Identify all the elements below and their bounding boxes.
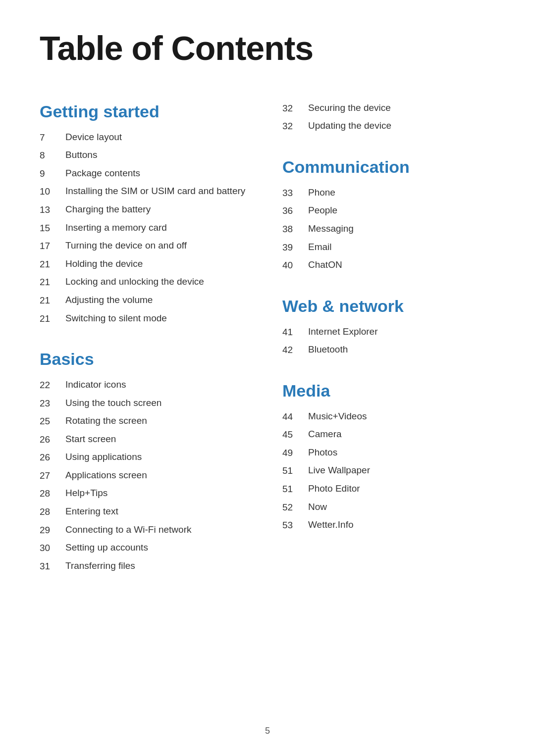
toc-item: 28 Help+Tips [40, 487, 253, 501]
toc-item: 21 Adjusting the volume [40, 294, 253, 307]
toc-text: Internet Explorer [308, 325, 377, 339]
toc-text: Live Wallpaper [308, 464, 370, 477]
toc-number: 25 [40, 414, 65, 428]
toc-item: 51 Photo Editor [282, 482, 495, 496]
toc-item: 44 Music+Videos [282, 410, 495, 424]
toc-number: 51 [282, 464, 308, 478]
toc-number: 13 [40, 203, 65, 217]
toc-text: Holding the device [65, 257, 143, 271]
section-title-media: Media [282, 381, 495, 401]
toc-text: Rotating the screen [65, 414, 147, 428]
toc-number: 40 [282, 258, 308, 272]
toc-number: 26 [40, 451, 65, 464]
toc-item: 32 Updating the device [282, 119, 495, 133]
toc-item-setting-up-accounts: 30 Setting up accounts [40, 541, 253, 555]
section-basics: Basics 22 Indicator icons 23 Using the t… [40, 349, 253, 573]
toc-columns: Getting started 7 Device layout 8 Button… [40, 101, 495, 597]
toc-number: 21 [40, 275, 65, 289]
toc-number: 10 [40, 185, 65, 199]
section-title-basics: Basics [40, 349, 253, 369]
toc-number: 26 [40, 433, 65, 447]
toc-item: 23 Using the touch screen [40, 397, 253, 410]
section-title-communication: Communication [282, 157, 495, 177]
toc-text: Camera [308, 428, 342, 441]
toc-number: 7 [40, 131, 65, 145]
section-continuation: 32 Securing the device 32 Updating the d… [282, 101, 495, 133]
toc-text: Updating the device [308, 119, 391, 133]
toc-text: Transferring files [65, 559, 135, 573]
toc-text: Applications screen [65, 469, 147, 482]
toc-number: 44 [282, 410, 308, 424]
toc-number: 32 [282, 101, 308, 115]
toc-text: Connecting to a Wi-Fi network [65, 523, 192, 537]
toc-item: 8 Buttons [40, 149, 253, 162]
toc-item: 33 Phone [282, 186, 495, 200]
toc-text: Entering text [65, 505, 118, 518]
toc-text: Locking and unlocking the device [65, 275, 204, 289]
toc-number: 29 [40, 523, 65, 537]
toc-item: 32 Securing the device [282, 101, 495, 115]
toc-number: 38 [282, 222, 308, 236]
toc-item: 22 Indicator icons [40, 378, 253, 392]
toc-text: Package contents [65, 167, 140, 180]
toc-item: 40 ChatON [282, 258, 495, 272]
toc-number: 45 [282, 428, 308, 442]
toc-item: 13 Charging the battery [40, 203, 253, 217]
toc-item: 21 Locking and unlocking the device [40, 275, 253, 289]
toc-text: Using applications [65, 451, 142, 464]
toc-item: 38 Messaging [282, 222, 495, 236]
toc-text-setting-up-accounts: Setting up accounts [65, 541, 148, 554]
toc-item: 49 Photos [282, 446, 495, 460]
section-communication: Communication 33 Phone 36 People 38 Mess… [282, 157, 495, 272]
toc-text: Buttons [65, 149, 97, 162]
toc-number: 23 [40, 397, 65, 410]
toc-text: Indicator icons [65, 378, 126, 392]
toc-item: 42 Bluetooth [282, 343, 495, 357]
page-number: 5 [265, 726, 270, 736]
toc-number: 9 [40, 167, 65, 181]
toc-item: 27 Applications screen [40, 469, 253, 483]
toc-number: 28 [40, 505, 65, 519]
toc-text: Adjusting the volume [65, 294, 153, 307]
toc-number: 33 [282, 186, 308, 200]
toc-text: Using the touch screen [65, 397, 161, 410]
toc-item: 52 Now [282, 501, 495, 514]
section-media: Media 44 Music+Videos 45 Camera 49 Photo… [282, 381, 495, 532]
section-title-web-network: Web & network [282, 296, 495, 316]
toc-number: 28 [40, 487, 65, 501]
page: Table of Contents Getting started 7 Devi… [0, 0, 535, 756]
toc-text: People [308, 204, 337, 217]
toc-number: 21 [40, 312, 65, 326]
toc-item: 25 Rotating the screen [40, 414, 253, 428]
toc-number: 21 [40, 257, 65, 271]
toc-text-inserting-memory-card: Inserting a memory card [65, 221, 167, 235]
toc-number: 15 [40, 221, 65, 235]
toc-text: Messaging [308, 222, 354, 236]
left-column: Getting started 7 Device layout 8 Button… [40, 101, 253, 597]
right-column: 32 Securing the device 32 Updating the d… [282, 101, 495, 597]
toc-text: Music+Videos [308, 410, 367, 423]
toc-item-inserting-memory-card: 15 Inserting a memory card [40, 221, 253, 235]
toc-text: Securing the device [308, 101, 391, 115]
toc-text: Installing the SIM or USIM card and batt… [65, 185, 245, 198]
toc-text: Photos [308, 446, 337, 459]
toc-text: Now [308, 501, 327, 514]
toc-item: 10 Installing the SIM or USIM card and b… [40, 185, 253, 199]
toc-number: 42 [282, 343, 308, 357]
toc-item: 9 Package contents [40, 167, 253, 181]
toc-text: Phone [308, 186, 335, 200]
toc-text: Help+Tips [65, 487, 107, 500]
toc-item: 31 Transferring files [40, 559, 253, 573]
toc-item: 45 Camera [282, 428, 495, 442]
section-web-network: Web & network 41 Internet Explorer 42 Bl… [282, 296, 495, 357]
toc-item: 51 Live Wallpaper [282, 464, 495, 478]
toc-text: Bluetooth [308, 343, 348, 356]
toc-text: Photo Editor [308, 482, 360, 496]
toc-text-turning-device: Turning the device on and off [65, 239, 187, 252]
toc-text: Wetter.Info [308, 518, 354, 532]
toc-number: 22 [40, 378, 65, 392]
toc-number: 27 [40, 469, 65, 483]
toc-item: 21 Holding the device [40, 257, 253, 271]
toc-text: Device layout [65, 131, 122, 144]
toc-number: 36 [282, 204, 308, 218]
